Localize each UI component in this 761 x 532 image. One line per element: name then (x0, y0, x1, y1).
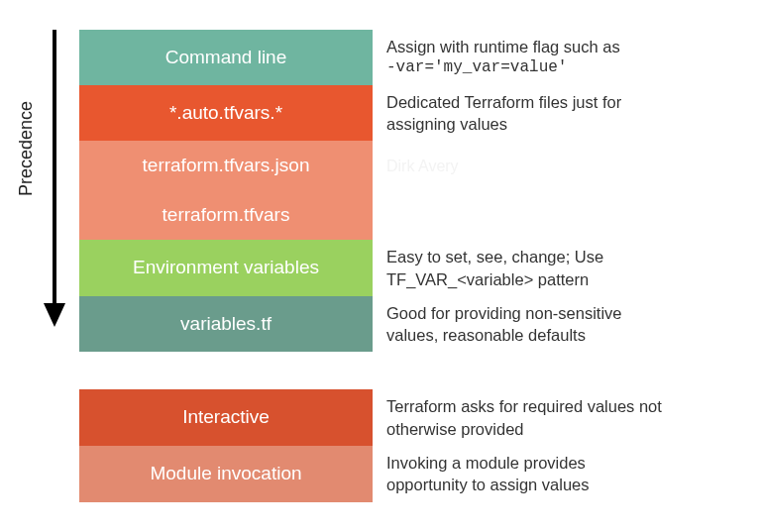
precedence-row: *.auto.tfvars.* Dedicated Terraform file… (79, 85, 741, 142)
arrow-line (53, 30, 56, 307)
precedence-arrow (46, 30, 63, 327)
desc-command-line: Assign with runtime flag such as -var='m… (373, 30, 741, 85)
desc-line: Terraform asks for required values not (386, 395, 733, 417)
other-row: Interactive Terraform asks for required … (79, 389, 741, 446)
section-gap (79, 352, 741, 389)
precedence-row: Environment variables Easy to set, see, … (79, 240, 741, 296)
bar-command-line: Command line (79, 30, 373, 85)
desc-env-vars: Easy to set, see, change; Use TF_VAR_<va… (373, 240, 741, 296)
bar-env-vars: Environment variables (79, 240, 373, 296)
precedence-row: Command line Assign with runtime flag su… (79, 30, 741, 85)
bar-interactive: Interactive (79, 389, 373, 446)
desc-interactive: Terraform asks for required values not o… (373, 389, 741, 446)
desc-line: Assign with runtime flag such as (386, 36, 733, 57)
watermark-text: Dirk Avery (386, 156, 733, 177)
desc-line: assigning values (386, 113, 733, 135)
bar-module-invocation: Module invocation (79, 446, 373, 502)
bar-tfvars: terraform.tfvars (79, 190, 373, 240)
desc-line: Invoking a module provides (386, 452, 733, 474)
desc-code: -var='my_var=value' (386, 57, 733, 79)
bar-auto-tfvars: *.auto.tfvars.* (79, 85, 373, 142)
desc-tfvars (373, 190, 741, 240)
desc-line: TF_VAR_<variable> pattern (386, 268, 733, 290)
content-column: Command line Assign with runtime flag su… (79, 30, 741, 502)
desc-line: opportunity to assign values (386, 474, 733, 495)
axis-label: Precedence (16, 101, 37, 196)
desc-line: Easy to set, see, change; Use (386, 246, 733, 267)
precedence-diagram: Precedence Command line Assign with runt… (20, 30, 741, 502)
arrow-head-icon (44, 303, 65, 327)
desc-line: values, reasonable defaults (386, 324, 733, 346)
desc-module-invocation: Invoking a module provides opportunity t… (373, 446, 741, 502)
desc-tfvars-json: Dirk Avery (373, 141, 741, 190)
other-row: Module invocation Invoking a module prov… (79, 446, 741, 502)
precedence-row: terraform.tfvars (79, 190, 741, 240)
precedence-row: terraform.tfvars.json Dirk Avery (79, 141, 741, 190)
desc-variables-tf: Good for providing non-sensitive values,… (373, 296, 741, 353)
desc-line: otherwise provided (386, 418, 733, 440)
desc-line: Good for providing non-sensitive (386, 302, 733, 324)
desc-line: Dedicated Terraform files just for (386, 91, 733, 113)
bar-variables-tf: variables.tf (79, 296, 373, 353)
precedence-row: variables.tf Good for providing non-sens… (79, 296, 741, 353)
desc-auto-tfvars: Dedicated Terraform files just for assig… (373, 85, 741, 142)
bar-tfvars-json: terraform.tfvars.json (79, 141, 373, 190)
precedence-axis: Precedence (20, 30, 67, 327)
